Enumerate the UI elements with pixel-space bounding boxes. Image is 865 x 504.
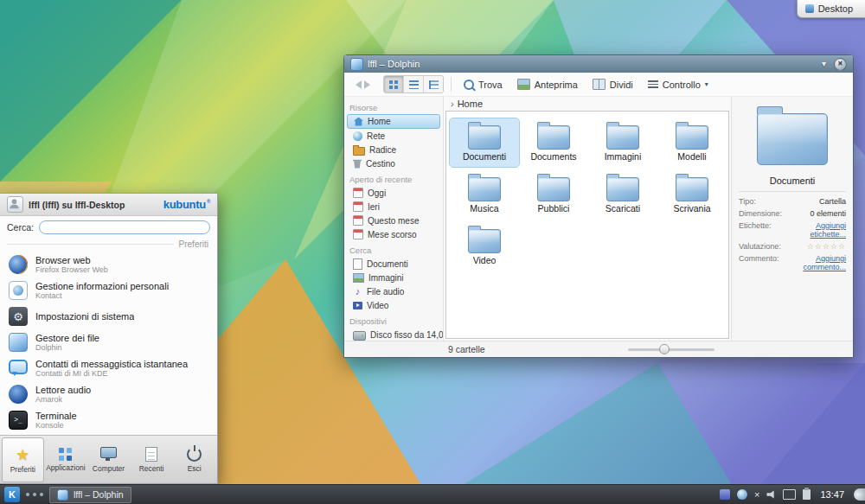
- search-input[interactable]: [39, 220, 210, 234]
- activity-pager[interactable]: [26, 493, 43, 496]
- launcher-item-pim[interactable]: Gestione informazioni personaliKontact: [5, 278, 212, 303]
- clock[interactable]: 13:47: [820, 489, 844, 500]
- computer-icon: [100, 447, 117, 458]
- document-icon: [353, 258, 362, 270]
- folder-icon: [468, 125, 501, 150]
- star-icon: ★: [16, 447, 29, 463]
- rating-stars[interactable]: ☆☆☆☆☆: [785, 242, 846, 251]
- sidebar-item-rete[interactable]: Rete: [344, 129, 443, 143]
- breadcrumb-arrow-icon: ›: [451, 99, 454, 109]
- tab-preferiti[interactable]: ★ Preferiti: [2, 437, 44, 482]
- folder-item[interactable]: Immagini: [588, 118, 657, 167]
- details-view-button[interactable]: [423, 76, 443, 93]
- add-comment-link[interactable]: Aggiungi commento...: [785, 254, 846, 271]
- hamburger-icon: [648, 80, 658, 88]
- preview-button[interactable]: Anteprima: [512, 77, 583, 92]
- comment-label: Commento:: [739, 254, 782, 271]
- network-icon[interactable]: [737, 489, 747, 500]
- folder-icon: [676, 177, 708, 201]
- launcher-item-settings[interactable]: ⚙ Impostazioni di sistema: [5, 303, 212, 329]
- sidebar-item-oggi[interactable]: Oggi: [344, 186, 443, 200]
- hard-disk-icon: [353, 331, 366, 341]
- pager-dot[interactable]: [33, 493, 36, 496]
- favorites-list: Browser webFirefox Browser Web Gestione …: [0, 250, 217, 435]
- sidebar-item-mese-scorso[interactable]: Mese scorso: [344, 227, 443, 241]
- launcher-item-browser[interactable]: Browser webFirefox Browser Web: [5, 252, 212, 278]
- folder-item[interactable]: Pubblici: [519, 170, 588, 219]
- close-button[interactable]: ×: [834, 58, 847, 71]
- size-label: Dimensione:: [739, 209, 782, 218]
- dolphin-window: lffl – Dolphin ▾ × Trova Anteprima: [343, 54, 854, 358]
- desktop-toolbox-button[interactable]: Desktop: [797, 0, 865, 18]
- taskbar-task-dolphin[interactable]: lffl – Dolphin: [49, 487, 131, 503]
- find-button[interactable]: Trova: [458, 78, 508, 92]
- display-icon[interactable]: [783, 489, 796, 500]
- sidebar-item-documenti[interactable]: Documenti: [344, 257, 443, 271]
- status-bar: 9 cartelle: [344, 341, 853, 357]
- launcher-item-terminal[interactable]: >_ TerminaleKonsole: [5, 407, 212, 433]
- sidebar-item-radice[interactable]: Radice: [344, 143, 443, 156]
- x-tray-icon[interactable]: ×: [754, 490, 759, 500]
- compact-view-icon: [409, 80, 419, 89]
- split-button[interactable]: Dividi: [587, 77, 638, 92]
- clipboard-icon[interactable]: [803, 489, 811, 500]
- folder-item[interactable]: Documents: [519, 118, 588, 167]
- compact-view-button[interactable]: [403, 76, 423, 93]
- zoom-slider-handle[interactable]: [659, 344, 670, 354]
- panel-toolbox-icon[interactable]: [854, 488, 865, 501]
- sidebar-item-immagini[interactable]: Immagini: [344, 271, 443, 284]
- application-launcher: lffl (lffl) su lffl-Desktop kubuntu ® Ce…: [0, 193, 218, 484]
- desktop-toolbox-label: Desktop: [818, 3, 853, 14]
- folder-view[interactable]: Documenti Documents Immagini Modelli: [445, 111, 729, 339]
- shade-button[interactable]: ▾: [818, 60, 830, 68]
- pager-dot[interactable]: [40, 493, 43, 496]
- folder-icon: [676, 125, 708, 150]
- zoom-slider[interactable]: [628, 348, 714, 351]
- forward-icon[interactable]: [364, 80, 375, 89]
- titlebar[interactable]: lffl – Dolphin ▾ ×: [344, 55, 853, 73]
- launcher-item-files[interactable]: Gestore dei fileDolphin: [5, 329, 212, 355]
- folder-item[interactable]: Scaricati: [588, 170, 657, 219]
- sidebar-item-questo-mese[interactable]: Questo mese: [344, 214, 443, 227]
- kontact-icon: [9, 281, 28, 300]
- icons-view-icon: [389, 80, 398, 89]
- sidebar-item-video[interactable]: Video: [344, 298, 443, 312]
- konsole-icon: >_: [9, 411, 28, 430]
- section-title-recenti: Aperto di recente: [344, 170, 443, 186]
- tab-computer[interactable]: Computer: [87, 437, 130, 482]
- tab-applicazioni[interactable]: Applicazioni: [45, 437, 87, 482]
- tab-esci[interactable]: Esci: [173, 437, 215, 482]
- folder-item[interactable]: Video: [450, 222, 519, 271]
- volume-icon[interactable]: [766, 490, 776, 500]
- size-value: 0 elementi: [785, 209, 846, 218]
- tab-recenti[interactable]: Recenti: [131, 437, 173, 482]
- sidebar-item-disco-fisso[interactable]: Disco fisso da 14,0 GiB: [344, 328, 443, 341]
- folder-item[interactable]: Modelli: [657, 118, 727, 167]
- folder-icon: [606, 177, 639, 201]
- launcher-item-im[interactable]: Contatti di messaggistica istantaneaCont…: [5, 355, 212, 381]
- folder-item[interactable]: Documenti: [450, 118, 519, 167]
- pager-dot[interactable]: [26, 493, 29, 496]
- sidebar-item-cestino[interactable]: Cestino: [344, 156, 443, 170]
- control-button[interactable]: Controllo ▾: [643, 78, 714, 92]
- sidebar-item-ieri[interactable]: Ieri: [344, 200, 443, 214]
- sidebar-item-file-audio[interactable]: ♪ File audio: [344, 284, 443, 298]
- image-icon: [353, 273, 364, 283]
- chevron-down-icon: ▾: [705, 81, 708, 88]
- folder-item[interactable]: Scrivania: [657, 170, 727, 219]
- device-notifier-icon[interactable]: [720, 489, 730, 500]
- favorites-caption-row: Preferiti: [0, 237, 217, 250]
- video-icon: [353, 302, 362, 309]
- folder-icon: [468, 229, 501, 253]
- back-icon[interactable]: [351, 80, 362, 89]
- breadcrumb[interactable]: › Home: [444, 97, 731, 111]
- divider: [7, 244, 174, 245]
- breadcrumb-home[interactable]: Home: [458, 99, 483, 109]
- root-folder-icon: [353, 147, 365, 156]
- icons-view-button[interactable]: [384, 76, 403, 93]
- kickoff-launcher-button[interactable]: K: [4, 487, 20, 502]
- launcher-item-audio[interactable]: Lettore audioAmarok: [5, 381, 212, 407]
- folder-item[interactable]: Musica: [450, 170, 519, 219]
- sidebar-item-home[interactable]: Home: [347, 114, 440, 129]
- add-tags-link[interactable]: Aggiungi etichette...: [785, 221, 846, 239]
